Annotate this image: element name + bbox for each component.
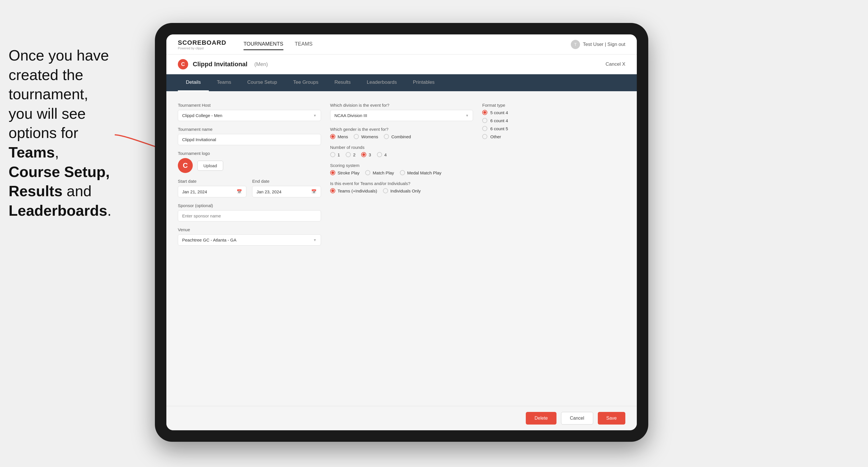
format-other[interactable]: Other — [482, 134, 625, 139]
format-5count4[interactable]: 5 count 4 — [482, 110, 625, 115]
team-teams-radio[interactable] — [330, 188, 335, 193]
save-button[interactable]: Save — [598, 412, 625, 425]
scoring-medal[interactable]: Medal Match Play — [400, 170, 441, 175]
start-date-input[interactable]: Jan 21, 2024 📅 — [178, 186, 246, 197]
scoring-medal-radio[interactable] — [400, 170, 405, 175]
scoring-stroke-label: Stroke Play — [338, 170, 360, 175]
rounds-3-radio[interactable] — [361, 152, 366, 157]
logo-group: Tournament logo C Upload — [178, 151, 321, 173]
name-label: Tournament name — [178, 127, 321, 132]
start-date-label: Start date — [178, 179, 246, 184]
end-date-input[interactable]: Jan 23, 2024 📅 — [252, 186, 321, 197]
nav-user: T Test User | Sign out — [571, 40, 625, 49]
division-select[interactable]: NCAA Division III ▼ — [330, 110, 473, 121]
rounds-label: Number of rounds — [330, 145, 473, 150]
logo-circle: C — [178, 158, 193, 173]
scoring-match[interactable]: Match Play — [365, 170, 394, 175]
cancel-x-button[interactable]: Cancel X — [606, 61, 625, 67]
gender-mens[interactable]: Mens — [330, 134, 348, 139]
format-6count4-radio[interactable] — [482, 118, 487, 123]
top-navigation: SCOREBOARD Powered by clippd TOURNAMENTS… — [166, 34, 637, 55]
rounds-4-radio[interactable] — [377, 152, 382, 157]
rounds-3-label: 3 — [369, 152, 371, 157]
format-other-radio[interactable] — [482, 134, 487, 139]
logo-sub: Powered by clippd — [178, 46, 226, 50]
bottom-bar: Delete Cancel Save — [166, 406, 637, 430]
format-5count4-label: 5 count 4 — [490, 110, 508, 115]
venue-group: Venue Peachtree GC - Atlanta - GA ▼ — [178, 227, 321, 246]
gender-combined-label: Combined — [391, 134, 411, 139]
rounds-2[interactable]: 2 — [346, 152, 355, 157]
format-5count4-radio[interactable] — [482, 110, 487, 115]
upload-button[interactable]: Upload — [197, 161, 223, 171]
scoring-radio-group: Stroke Play Match Play Medal Match Play — [330, 170, 473, 175]
nav-tournaments[interactable]: TOURNAMENTS — [244, 39, 283, 50]
logo-upload-row: C Upload — [178, 158, 321, 173]
scoring-stroke[interactable]: Stroke Play — [330, 170, 360, 175]
rounds-radio-group: 1 2 3 4 — [330, 152, 473, 157]
tab-results[interactable]: Results — [327, 74, 359, 91]
gender-combined[interactable]: Combined — [384, 134, 411, 139]
gender-mens-radio[interactable] — [330, 134, 335, 139]
gender-radio-group: Mens Womens Combined — [330, 134, 473, 139]
team-individuals[interactable]: Individuals Only — [383, 188, 421, 193]
start-date-icon: 📅 — [237, 189, 242, 194]
host-select[interactable]: Clippd College - Men ▼ — [178, 110, 321, 121]
scoring-stroke-radio[interactable] — [330, 170, 335, 175]
rounds-2-radio[interactable] — [346, 152, 351, 157]
team-individuals-radio[interactable] — [383, 188, 388, 193]
tournament-icon: C — [178, 59, 188, 69]
gender-combined-radio[interactable] — [384, 134, 389, 139]
format-6count5-radio[interactable] — [482, 126, 487, 131]
tournament-subtitle: (Men) — [254, 61, 268, 67]
bold-leaderboards: Leaderboards — [9, 202, 107, 219]
bold-results: Results — [9, 183, 63, 199]
name-group: Tournament name Clippd Invitational — [178, 127, 321, 145]
form-left-section: Tournament Host Clippd College - Men ▼ T… — [178, 103, 321, 246]
gender-womens[interactable]: Womens — [354, 134, 378, 139]
team-teams[interactable]: Teams (+Individuals) — [330, 188, 377, 193]
rounds-1[interactable]: 1 — [330, 152, 340, 157]
scoring-match-radio[interactable] — [365, 170, 370, 175]
nav-teams[interactable]: TEAMS — [295, 39, 313, 50]
tab-printables[interactable]: Printables — [405, 74, 443, 91]
rounds-1-radio[interactable] — [330, 152, 335, 157]
tab-leaderboards[interactable]: Leaderboards — [359, 74, 405, 91]
tournament-title: Clippd Invitational — [193, 61, 248, 68]
format-6count5[interactable]: 6 count 5 — [482, 126, 625, 131]
sponsor-group: Sponsor (optional) — [178, 203, 321, 221]
end-date-value: Jan 23, 2024 — [256, 189, 281, 194]
division-select-arrow: ▼ — [465, 114, 469, 118]
logo-text: SCOREBOARD — [178, 39, 226, 46]
delete-button[interactable]: Delete — [526, 412, 556, 425]
main-content: Tournament Host Clippd College - Men ▼ T… — [166, 91, 637, 406]
end-date-icon: 📅 — [311, 189, 317, 194]
name-input[interactable]: Clippd Invitational — [178, 134, 321, 145]
format-6count5-label: 6 count 5 — [490, 126, 508, 131]
rounds-3[interactable]: 3 — [361, 152, 371, 157]
format-other-label: Other — [490, 134, 501, 139]
cancel-button[interactable]: Cancel — [561, 412, 593, 425]
tab-teams[interactable]: Teams — [209, 74, 239, 91]
bold-course-setup: Course Setup, — [9, 163, 110, 180]
host-group: Tournament Host Clippd College - Men ▼ — [178, 103, 321, 121]
gender-womens-radio[interactable] — [354, 134, 359, 139]
host-value: Clippd College - Men — [182, 113, 222, 118]
format-label: Format type — [482, 103, 625, 107]
tab-course-setup[interactable]: Course Setup — [239, 74, 285, 91]
tab-tee-groups[interactable]: Tee Groups — [285, 74, 327, 91]
start-date-group: Start date Jan 21, 2024 📅 — [178, 179, 246, 197]
rounds-1-label: 1 — [338, 152, 340, 157]
rounds-group: Number of rounds 1 2 — [330, 145, 473, 157]
tablet-screen: SCOREBOARD Powered by clippd TOURNAMENTS… — [166, 34, 637, 430]
tournament-header: C Clippd Invitational (Men) Cancel X — [166, 55, 637, 74]
gender-group: Which gender is the event for? Mens Wome… — [330, 127, 473, 139]
format-6count4[interactable]: 6 count 4 — [482, 118, 625, 123]
user-sign-out[interactable]: Test User | Sign out — [583, 41, 625, 47]
scoring-medal-label: Medal Match Play — [407, 170, 441, 175]
rounds-4[interactable]: 4 — [377, 152, 387, 157]
venue-select[interactable]: Peachtree GC - Atlanta - GA ▼ — [178, 235, 321, 246]
tab-details[interactable]: Details — [178, 74, 209, 91]
scoring-match-label: Match Play — [373, 170, 394, 175]
sponsor-input[interactable] — [178, 210, 321, 221]
